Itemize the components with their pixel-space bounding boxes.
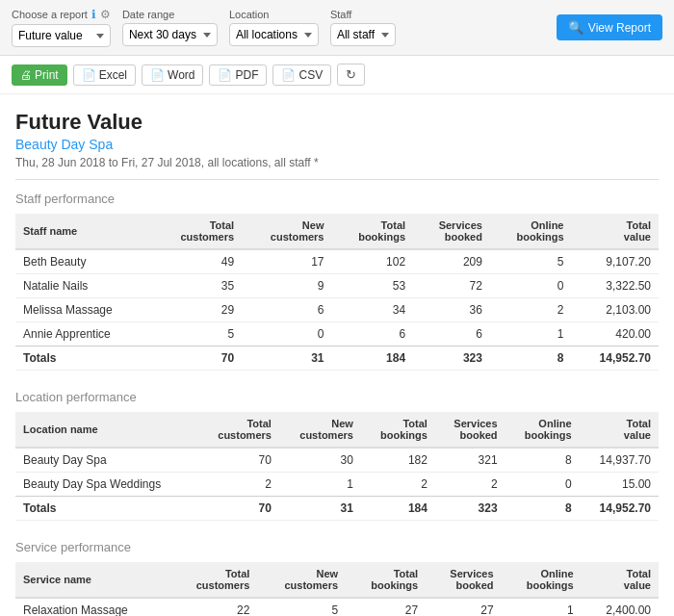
pdf-label: PDF <box>235 68 258 82</box>
col-location-name: Location name <box>15 412 197 448</box>
totals-total-customers: 70 <box>197 497 279 521</box>
row-total-bookings: 2 <box>361 473 435 497</box>
row-total-customers: 22 <box>169 598 258 616</box>
row-new-customers: 9 <box>242 274 331 298</box>
row-total-customers: 49 <box>152 249 242 274</box>
date-range-control-group: Date range Next 30 days <box>122 9 218 46</box>
excel-label: Excel <box>99 68 127 82</box>
totals-services-booked: 323 <box>435 497 506 521</box>
row-name: Beauty Day Spa Weddings <box>15 473 197 497</box>
staff-performance-title: Staff performance <box>15 192 659 206</box>
report-subtitle: Beauty Day Spa <box>15 137 659 152</box>
col-online-bookings: Onlinebookings <box>506 412 580 448</box>
export-toolbar: 🖨 Print 📄 Excel 📄 Word 📄 PDF 📄 CSV ↻ <box>0 56 674 94</box>
row-services-booked: 209 <box>413 249 490 274</box>
table-row: Beauty Day Spa 70 30 182 321 8 14,937.70 <box>15 448 659 473</box>
table-row: Beth Beauty 49 17 102 209 5 9,107.20 <box>15 249 659 274</box>
location-select[interactable]: All locations <box>229 23 319 46</box>
row-services-booked: 321 <box>435 448 506 473</box>
service-performance-table: Service name Totalcustomers Newcustomers… <box>15 562 659 616</box>
row-new-customers: 0 <box>242 322 331 346</box>
report-select[interactable]: Future value <box>12 24 111 47</box>
info-icon[interactable]: ℹ <box>91 8 96 21</box>
row-online-bookings: 0 <box>506 473 580 497</box>
totals-online-bookings: 8 <box>506 497 580 521</box>
csv-icon: 📄 <box>281 68 296 82</box>
report-control-group: Choose a report ℹ ⚙ Future value <box>12 8 111 47</box>
staff-performance-section: Staff performance Staff name Totalcustom… <box>15 192 659 371</box>
col-new-customers: Newcustomers <box>242 214 331 249</box>
row-total-customers: 5 <box>152 322 242 346</box>
col-total-customers: Totalcustomers <box>169 562 258 598</box>
row-total-value: 2,400.00 <box>582 598 659 616</box>
row-total-value: 420.00 <box>572 322 660 346</box>
row-services-booked: 6 <box>413 322 490 346</box>
report-label-text: Choose a report <box>12 9 88 20</box>
row-online-bookings: 5 <box>490 249 572 274</box>
row-services-booked: 27 <box>426 598 501 616</box>
totals-total-value: 14,952.70 <box>572 346 660 371</box>
col-total-value: Totalvalue <box>572 214 660 249</box>
row-new-customers: 30 <box>279 448 361 473</box>
location-label: Location <box>229 9 319 20</box>
row-new-customers: 1 <box>279 473 361 497</box>
row-services-booked: 72 <box>413 274 490 298</box>
row-name: Annie Apprentice <box>15 322 152 346</box>
col-services-booked: Servicesbooked <box>426 562 501 598</box>
row-new-customers: 5 <box>257 598 346 616</box>
table-row: Relaxation Massage 22 5 27 27 1 2,400.00 <box>15 598 659 616</box>
staff-table-header: Staff name Totalcustomers Newcustomers T… <box>15 214 659 249</box>
search-icon: 🔍 <box>568 20 583 35</box>
totals-row: Totals 70 31 184 323 8 14,952.70 <box>15 497 659 521</box>
col-total-value: Totalvalue <box>580 412 659 448</box>
location-performance-title: Location performance <box>15 390 659 404</box>
location-table-header: Location name Totalcustomers Newcustomer… <box>15 412 659 448</box>
row-name: Relaxation Massage <box>15 598 169 616</box>
report-title: Future Value <box>15 110 659 135</box>
gear-icon[interactable]: ⚙ <box>100 8 111 21</box>
row-new-customers: 17 <box>242 249 331 274</box>
row-online-bookings: 1 <box>502 598 582 616</box>
row-total-value: 15.00 <box>580 473 659 497</box>
table-row: Annie Apprentice 5 0 6 6 1 420.00 <box>15 322 659 346</box>
word-button[interactable]: 📄 Word <box>142 64 203 86</box>
row-name: Beauty Day Spa <box>15 448 197 473</box>
totals-new-customers: 31 <box>242 346 331 371</box>
col-new-customers: Newcustomers <box>279 412 361 448</box>
service-performance-title: Service performance <box>15 540 659 554</box>
totals-total-value: 14,952.70 <box>580 497 659 521</box>
col-total-value: Totalvalue <box>582 562 659 598</box>
report-label: Choose a report ℹ ⚙ <box>12 8 111 21</box>
staff-performance-table: Staff name Totalcustomers Newcustomers T… <box>15 214 659 371</box>
staff-control-group: Staff All staff <box>330 9 396 46</box>
row-total-customers: 70 <box>197 448 279 473</box>
col-total-bookings: Totalbookings <box>346 562 426 598</box>
row-services-booked: 2 <box>435 473 506 497</box>
csv-label: CSV <box>298 68 323 82</box>
printer-icon: 🖨 <box>20 68 32 82</box>
view-report-button[interactable]: 🔍 View Report <box>557 14 662 40</box>
pdf-button[interactable]: 📄 PDF <box>209 64 267 86</box>
service-table-header: Service name Totalcustomers Newcustomers… <box>15 562 659 598</box>
row-total-value: 2,103.00 <box>572 298 660 322</box>
row-name: Natalie Nails <box>15 274 152 298</box>
table-row: Beauty Day Spa Weddings 2 1 2 2 0 15.00 <box>15 473 659 497</box>
col-total-customers: Totalcustomers <box>197 412 279 448</box>
refresh-button[interactable]: ↻ <box>337 64 365 86</box>
print-button[interactable]: 🖨 Print <box>12 64 67 86</box>
excel-icon: 📄 <box>82 68 96 82</box>
row-total-value: 9,107.20 <box>572 249 660 274</box>
totals-total-customers: 70 <box>152 346 242 371</box>
totals-label: Totals <box>15 346 152 371</box>
row-total-bookings: 27 <box>346 598 426 616</box>
date-range-select[interactable]: Next 30 days <box>122 23 218 46</box>
staff-select[interactable]: All staff <box>330 23 396 46</box>
col-service-name: Service name <box>15 562 169 598</box>
csv-button[interactable]: 📄 CSV <box>272 64 331 86</box>
service-performance-section: Service performance Service name Totalcu… <box>15 540 659 616</box>
row-total-bookings: 182 <box>361 448 435 473</box>
excel-button[interactable]: 📄 Excel <box>73 64 136 86</box>
location-control-group: Location All locations <box>229 9 319 46</box>
row-total-customers: 2 <box>197 473 279 497</box>
col-online-bookings: Onlinebookings <box>490 214 572 249</box>
